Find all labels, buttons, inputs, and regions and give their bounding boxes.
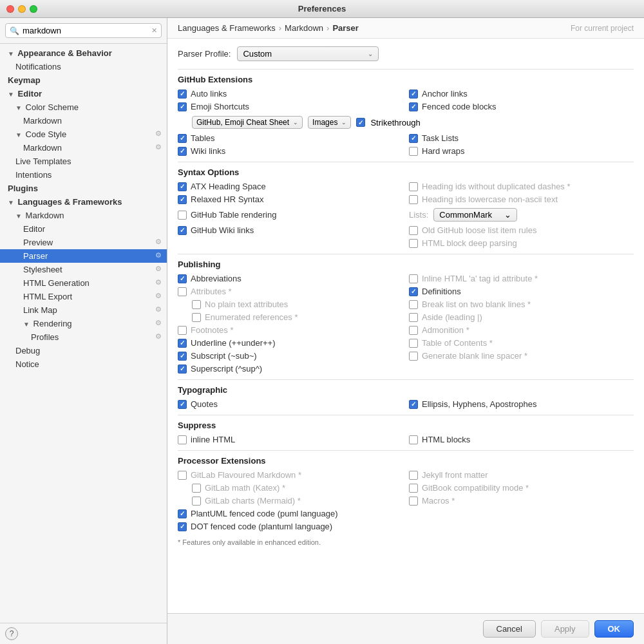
anchor-links-checkbox[interactable]	[409, 90, 418, 99]
sidebar-item-markdown-preview[interactable]: Preview ⚙	[0, 236, 167, 249]
inline-html-checkbox[interactable]	[178, 435, 187, 444]
fenced-code-blocks-checkbox[interactable]	[409, 102, 418, 111]
option-wiki-links: Wiki links	[178, 146, 402, 156]
strikethrough-checkbox[interactable]	[356, 118, 365, 127]
sidebar-item-plugins[interactable]: Plugins	[0, 182, 167, 195]
hard-wraps-checkbox[interactable]	[409, 147, 418, 156]
option-github-table: GitHub Table rendering	[178, 207, 402, 223]
emoji-cheat-sheet-select[interactable]: GitHub, Emoji Cheat Sheet ⌄	[192, 116, 303, 129]
ellipsis-checkbox[interactable]	[409, 400, 418, 409]
sidebar-item-stylesheet[interactable]: Stylesheet ⚙	[0, 263, 167, 276]
gitlab-charts-label: GitLab charts (Mermaid) *	[205, 496, 301, 506]
sidebar-item-profiles[interactable]: Profiles ⚙	[0, 330, 167, 344]
sidebar-item-markdown-parser[interactable]: Parser ⚙	[0, 249, 167, 263]
github-wiki-links-checkbox[interactable]	[178, 226, 187, 235]
subscript-checkbox[interactable]	[178, 352, 187, 361]
sidebar-item-keymap[interactable]: Keymap	[0, 73, 167, 87]
sidebar-item-debug[interactable]: Debug	[0, 344, 167, 357]
heading-ids-lower-checkbox[interactable]	[409, 195, 418, 204]
relaxed-hr-checkbox[interactable]	[178, 195, 187, 204]
option-gitlab-md: GitLab Flavoured Markdown *	[178, 469, 402, 480]
sidebar-item-editor[interactable]: ▼ Editor	[0, 87, 167, 100]
sidebar-item-markdown-editor[interactable]: Editor	[0, 222, 167, 236]
attributes-checkbox[interactable]	[178, 287, 187, 296]
macros-checkbox[interactable]	[409, 497, 418, 506]
definitions-checkbox[interactable]	[409, 287, 418, 296]
sidebar-item-link-map[interactable]: Link Map ⚙	[0, 303, 167, 317]
gitlab-md-checkbox[interactable]	[178, 471, 187, 480]
task-lists-checkbox[interactable]	[409, 134, 418, 143]
sidebar-item-html-generation[interactable]: HTML Generation ⚙	[0, 276, 167, 290]
admonition-checkbox[interactable]	[409, 326, 418, 335]
option-html-block-deep: HTML block deep parsing	[409, 238, 634, 249]
github-table-checkbox[interactable]	[178, 211, 187, 220]
images-select[interactable]: Images ⌄	[308, 116, 351, 129]
sidebar-item-intentions[interactable]: Intentions	[0, 168, 167, 182]
breadcrumb-sep1: ›	[279, 23, 281, 33]
sidebar-item-notifications[interactable]: Notifications	[0, 60, 167, 73]
inline-html-a-checkbox[interactable]	[409, 274, 418, 283]
sidebar-item-code-style[interactable]: ▼ Code Style ⚙	[0, 128, 167, 141]
gitlab-charts-checkbox[interactable]	[192, 497, 201, 506]
wiki-links-checkbox[interactable]	[178, 147, 187, 156]
parser-profile-select[interactable]: Custom ⌄	[237, 46, 379, 61]
jekyll-front-checkbox[interactable]	[409, 471, 418, 480]
gitlab-math-checkbox[interactable]	[192, 484, 201, 493]
typographic-grid: Quotes Ellipsis, Hyphens, Apostrophes	[178, 399, 634, 410]
blank-spacer-checkbox[interactable]	[409, 352, 418, 361]
html-blocks-checkbox[interactable]	[409, 435, 418, 444]
cancel-button[interactable]: Cancel	[483, 620, 536, 638]
sidebar-item-markdown[interactable]: ▼ Markdown	[0, 209, 167, 222]
quotes-checkbox[interactable]	[178, 400, 187, 409]
aside-checkbox[interactable]	[409, 313, 418, 322]
sidebar-item-html-export[interactable]: HTML Export ⚙	[0, 290, 167, 303]
search-input[interactable]	[23, 26, 148, 35]
content-panel: Languages & Frameworks › Markdown › Pars…	[167, 18, 644, 644]
gitbook-compat-checkbox[interactable]	[409, 484, 418, 493]
html-block-deep-checkbox[interactable]	[409, 239, 418, 248]
lists-select[interactable]: CommonMark ⌄	[433, 208, 517, 222]
arrow-icon: ▼	[15, 131, 23, 138]
sidebar-item-appearance[interactable]: ▼ Appearance & Behavior	[0, 46, 167, 60]
sidebar-item-color-scheme-markdown[interactable]: Markdown	[0, 114, 167, 128]
underline-checkbox[interactable]	[178, 339, 187, 348]
footnotes-checkbox[interactable]	[178, 326, 187, 335]
search-wrap[interactable]: 🔍 ✕	[5, 23, 162, 38]
abbreviations-checkbox[interactable]	[178, 274, 187, 283]
sidebar-item-color-scheme[interactable]: ▼ Color Scheme	[0, 100, 167, 114]
arrow-icon: ▼	[15, 104, 23, 111]
html-blocks-label: HTML blocks	[422, 435, 470, 444]
toc-checkbox[interactable]	[409, 339, 418, 348]
break-list-checkbox[interactable]	[409, 300, 418, 309]
atx-heading-checkbox[interactable]	[178, 182, 187, 191]
heading-ids-dups-checkbox[interactable]	[409, 182, 418, 191]
maximize-button[interactable]	[30, 5, 37, 13]
sidebar-item-live-templates[interactable]: Live Templates	[0, 155, 167, 168]
minimize-button[interactable]	[18, 5, 26, 13]
apply-button[interactable]: Apply	[541, 620, 589, 638]
help-button[interactable]: ?	[5, 627, 18, 640]
parser-profile-row: Parser Profile: Custom ⌄	[178, 46, 634, 61]
gear-icon: ⚙	[155, 305, 162, 314]
no-plain-text-checkbox[interactable]	[192, 300, 201, 309]
clear-icon[interactable]: ✕	[151, 26, 157, 35]
emoji-shortcuts-checkbox[interactable]	[178, 102, 187, 111]
plantuml-checkbox[interactable]	[178, 509, 187, 518]
auto-links-checkbox[interactable]	[178, 90, 187, 99]
old-github-loose-checkbox[interactable]	[409, 226, 418, 235]
enumerated-refs-checkbox[interactable]	[192, 313, 201, 322]
ok-button[interactable]: OK	[594, 620, 634, 638]
window-controls[interactable]	[6, 5, 37, 13]
superscript-checkbox[interactable]	[178, 365, 187, 374]
option-attributes: Attributes *	[178, 286, 402, 297]
emoji-shortcuts-label: Emoji Shortcuts	[191, 102, 249, 111]
sidebar-item-rendering[interactable]: ▼ Rendering ⚙	[0, 317, 167, 330]
sidebar-item-lang-frameworks[interactable]: ▼ Languages & Frameworks	[0, 195, 167, 209]
tables-checkbox[interactable]	[178, 134, 187, 143]
sidebar-item-code-style-markdown[interactable]: Markdown ⚙	[0, 141, 167, 155]
sidebar-item-notice[interactable]: Notice	[0, 357, 167, 371]
chevron-down-icon: ⌄	[293, 119, 298, 126]
github-table-label: GitHub Table rendering	[191, 210, 276, 220]
dot-fenced-checkbox[interactable]	[178, 522, 187, 531]
close-button[interactable]	[6, 5, 14, 13]
